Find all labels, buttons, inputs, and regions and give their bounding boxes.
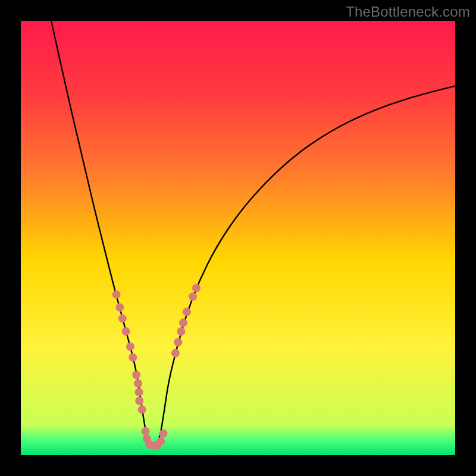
marker-dot — [118, 314, 127, 322]
chart-frame: TheBottleneck.com — [0, 0, 476, 476]
marker-dot — [183, 308, 191, 316]
marker-dot — [179, 318, 187, 327]
marker-dot — [138, 405, 146, 414]
marker-dot — [159, 430, 167, 438]
marker-dot — [192, 284, 201, 292]
chart-plot — [21, 21, 455, 455]
marker-dot — [122, 327, 130, 336]
marker-dot — [135, 397, 143, 405]
marker-dot — [112, 290, 121, 299]
marker-dot — [189, 293, 197, 301]
plot-background — [21, 21, 455, 455]
marker-dot — [134, 380, 142, 388]
marker-dot — [126, 343, 134, 351]
marker-dot — [156, 437, 165, 446]
watermark-text: TheBottleneck.com — [346, 4, 470, 20]
marker-dot — [171, 349, 180, 357]
marker-dot — [132, 371, 140, 379]
marker-dot — [115, 303, 124, 312]
marker-dot — [135, 388, 143, 396]
marker-dot — [142, 427, 150, 436]
marker-dot — [177, 327, 185, 336]
marker-dot — [174, 338, 182, 346]
marker-dot — [129, 353, 137, 362]
